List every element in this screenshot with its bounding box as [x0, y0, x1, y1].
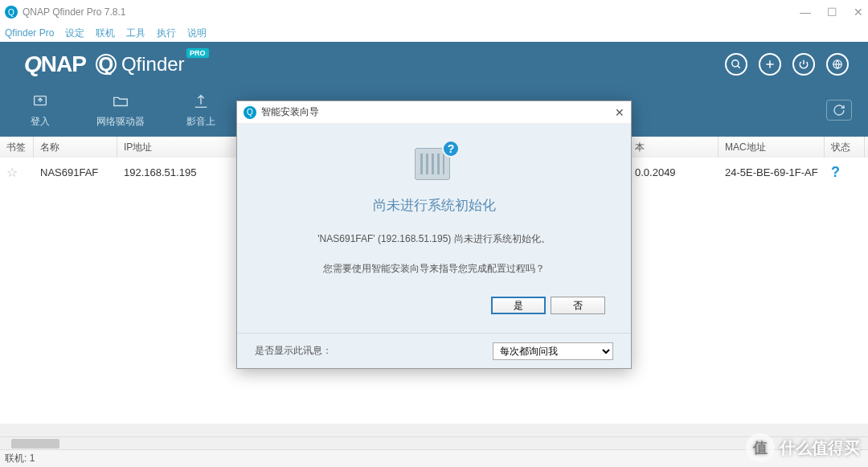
- yes-button[interactable]: 是: [491, 297, 546, 314]
- magnifier-icon: Q: [96, 54, 117, 75]
- menu-connect[interactable]: 联机: [96, 27, 115, 40]
- statusbar: 联机: 1: [0, 449, 868, 467]
- toolbar-login[interactable]: 登入: [0, 92, 80, 129]
- th-mac[interactable]: MAC地址: [719, 137, 825, 158]
- window-title: QNAP Qfinder Pro 7.8.1: [23, 6, 800, 18]
- toolbar-label: 网络驱动器: [96, 115, 145, 129]
- window-titlebar: Q QNAP Qfinder Pro 7.8.1 — ☐ ✕: [0, 0, 868, 24]
- qfinder-logo: Q Qfinder PRO: [96, 53, 185, 76]
- show-message-select[interactable]: 每次都询问我: [493, 342, 613, 360]
- close-button[interactable]: ✕: [854, 6, 863, 18]
- dialog-heading: 尚未进行系统初始化: [373, 196, 496, 215]
- menu-qfinder[interactable]: Qfinder Pro: [5, 27, 54, 39]
- search-icon[interactable]: [725, 53, 747, 76]
- cell-version: 0.0.2049: [628, 163, 719, 182]
- dialog-close-button[interactable]: ✕: [615, 106, 624, 119]
- menubar: Qfinder Pro 设定 联机 工具 执行 说明: [0, 24, 868, 42]
- scrollbar-thumb[interactable]: [11, 439, 59, 449]
- toolbar-label: 登入: [31, 115, 50, 129]
- th-name[interactable]: 名称: [34, 137, 117, 158]
- smart-install-dialog: Q 智能安装向导 ✕ ? 尚未进行系统初始化 'NAS691FAF' (192.…: [236, 100, 632, 369]
- refresh-icon: [832, 104, 846, 117]
- watermark: 值 什么值得买: [746, 433, 860, 462]
- footer-label: 是否显示此讯息：: [255, 344, 332, 358]
- dialog-footer: 是否显示此讯息： 每次都询问我: [237, 333, 631, 368]
- menu-execute[interactable]: 执行: [157, 27, 176, 40]
- horizontal-scrollbar[interactable]: [0, 436, 868, 449]
- dialog-title: 智能安装向导: [261, 105, 319, 119]
- svg-point-0: [732, 60, 739, 67]
- toolbar-media[interactable]: 影音上: [161, 92, 241, 129]
- maximize-button[interactable]: ☐: [827, 6, 837, 18]
- th-bookmark[interactable]: 书签: [0, 137, 34, 158]
- menu-settings[interactable]: 设定: [65, 27, 84, 40]
- status-question-icon[interactable]: ?: [831, 164, 840, 181]
- dialog-text-2: 您需要使用智能安装向导来指导您完成配置过程吗？: [323, 262, 545, 276]
- cell-name: NAS691FAF: [34, 163, 117, 182]
- no-button[interactable]: 否: [551, 297, 605, 314]
- add-icon[interactable]: [759, 53, 781, 76]
- refresh-button[interactable]: [826, 100, 852, 121]
- folder-icon: [110, 92, 131, 110]
- dialog-text-1: 'NAS691FAF' (192.168.51.195) 尚未进行系统初始化。: [317, 232, 550, 246]
- toolbar-label: 影音上: [186, 115, 215, 129]
- th-status[interactable]: 状态: [825, 137, 865, 158]
- dialog-icon: Q: [244, 106, 256, 119]
- watermark-icon: 值: [746, 433, 775, 462]
- pro-badge: PRO: [186, 48, 209, 58]
- product-name: Qfinder: [121, 53, 185, 76]
- dialog-body: ? 尚未进行系统初始化 'NAS691FAF' (192.168.51.195)…: [237, 124, 631, 333]
- globe-icon[interactable]: [826, 53, 849, 76]
- nas-device-icon: ?: [415, 145, 453, 180]
- menu-help[interactable]: 说明: [187, 27, 207, 40]
- cell-mac: 24-5E-BE-69-1F-AF: [719, 163, 825, 182]
- star-icon[interactable]: ☆: [6, 165, 18, 180]
- login-icon: [30, 92, 51, 110]
- th-version[interactable]: 本: [628, 137, 719, 158]
- power-icon[interactable]: [792, 53, 815, 76]
- toolbar-netdrive[interactable]: 网络驱动器: [80, 92, 161, 129]
- upload-icon: [190, 92, 211, 110]
- app-icon: Q: [5, 6, 18, 18]
- question-badge-icon: ?: [442, 140, 460, 158]
- dialog-titlebar[interactable]: Q 智能安装向导 ✕: [237, 101, 631, 124]
- menu-tools[interactable]: 工具: [126, 27, 145, 40]
- status-text: 联机: 1: [5, 452, 35, 465]
- svg-line-1: [738, 66, 740, 68]
- minimize-button[interactable]: —: [800, 6, 811, 18]
- qnap-logo: QNAP: [24, 51, 86, 77]
- watermark-text: 什么值得买: [780, 437, 860, 459]
